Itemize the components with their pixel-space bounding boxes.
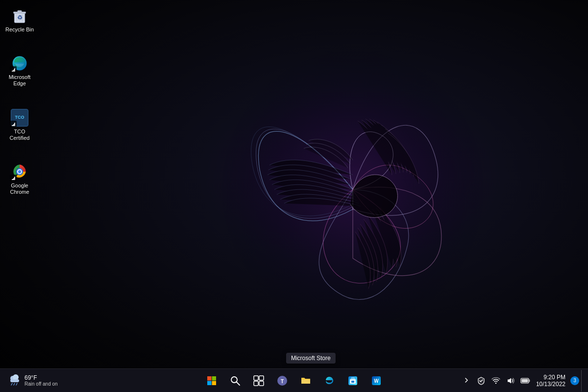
google-chrome-icon[interactable]: Google Chrome xyxy=(2,160,37,197)
svg-line-17 xyxy=(16,383,17,385)
search-button[interactable] xyxy=(224,370,246,392)
weather-description: Rain off and on xyxy=(24,381,58,387)
microsoft-edge-label: Microsoft Edge xyxy=(4,74,35,87)
show-desktop-button[interactable] xyxy=(581,370,584,392)
svg-rect-18 xyxy=(207,376,212,381)
google-chrome-label: Google Chrome xyxy=(4,183,35,195)
taskbar-center: T xyxy=(201,370,387,392)
wifi-icon[interactable] xyxy=(489,374,503,388)
desktop: ♻ Recycle Bin xyxy=(0,0,588,392)
start-button[interactable] xyxy=(201,370,222,392)
weather-icon xyxy=(8,372,22,389)
google-chrome-image xyxy=(10,162,29,182)
svg-rect-36 xyxy=(529,379,530,382)
taskbar: 69°F Rain off and on xyxy=(0,368,588,392)
tco-certified-label: TCO Certified xyxy=(4,129,35,141)
svg-point-11 xyxy=(18,170,21,173)
tco-certified-image: TCO xyxy=(10,108,29,128)
desktop-icons: ♻ Recycle Bin xyxy=(0,0,39,201)
recycle-bin-icon[interactable]: ♻ Recycle Bin xyxy=(2,4,37,35)
recycle-bin-label: Recycle Bin xyxy=(5,26,34,33)
notification-count: 3 xyxy=(573,378,576,383)
svg-line-16 xyxy=(14,383,15,385)
edge-taskbar-button[interactable] xyxy=(318,370,340,392)
file-explorer-button[interactable] xyxy=(295,370,317,392)
recycle-bin-image: ♻ xyxy=(10,6,29,26)
shortcut-arrow-chrome xyxy=(10,175,17,182)
svg-rect-24 xyxy=(254,376,258,380)
clock-area[interactable]: 9:20 PM 10/13/2022 xyxy=(533,373,568,389)
svg-rect-37 xyxy=(521,379,528,382)
svg-rect-19 xyxy=(212,376,217,381)
svg-rect-20 xyxy=(207,381,212,385)
shortcut-arrow-tco xyxy=(10,121,17,128)
svg-rect-14 xyxy=(10,379,19,382)
clock-date: 10/13/2022 xyxy=(536,381,565,388)
svg-rect-26 xyxy=(254,381,258,386)
svg-point-0 xyxy=(216,42,490,337)
shortcut-arrow xyxy=(10,66,17,73)
svg-line-15 xyxy=(11,383,12,385)
ms-store-tooltip: Microsoft Store xyxy=(286,353,336,364)
network-security-icon[interactable] xyxy=(474,374,488,388)
microsoft-edge-icon[interactable]: Microsoft Edge xyxy=(2,52,37,89)
weather-text: 69°F Rain off and on xyxy=(24,374,58,387)
svg-text:T: T xyxy=(281,378,284,384)
svg-text:W: W xyxy=(374,378,379,384)
svg-rect-21 xyxy=(212,381,217,385)
weather-temperature: 69°F xyxy=(24,374,58,381)
show-hidden-icons-button[interactable] xyxy=(460,374,473,388)
weather-widget[interactable]: 69°F Rain off and on xyxy=(4,370,63,391)
tco-certified-icon[interactable]: TCO TCO Certified xyxy=(2,106,37,143)
svg-rect-27 xyxy=(259,381,264,386)
teams-button[interactable]: T xyxy=(271,370,293,392)
battery-icon[interactable] xyxy=(518,374,532,388)
task-view-button[interactable] xyxy=(248,370,270,392)
svg-line-23 xyxy=(237,382,240,385)
system-tray: 9:20 PM 10/13/2022 3 xyxy=(460,370,584,392)
svg-rect-3 xyxy=(18,10,22,12)
ms-store-button[interactable] xyxy=(342,370,364,392)
volume-icon[interactable] xyxy=(504,374,517,388)
tooltip-text: Microsoft Store xyxy=(291,355,331,362)
microsoft-edge-image xyxy=(10,53,29,73)
svg-rect-32 xyxy=(351,381,354,383)
app2-button[interactable]: W xyxy=(366,370,387,392)
wallpaper-art xyxy=(201,23,505,356)
svg-rect-25 xyxy=(259,376,264,380)
clock-time: 9:20 PM xyxy=(543,374,565,381)
notification-badge[interactable]: 3 xyxy=(570,376,579,385)
